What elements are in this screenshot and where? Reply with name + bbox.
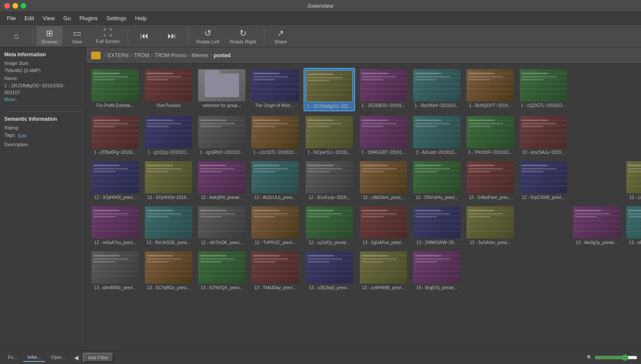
share-button[interactable]: ↗ Share <box>268 26 294 46</box>
close-button[interactable] <box>4 3 10 9</box>
grid-item[interactable]: 14 - 9cqjVXj_previe... <box>412 250 462 292</box>
breadcrumb-trom-promo[interactable]: TROM Promo <box>154 52 186 58</box>
grid-item[interactable]: 12 - L8wQju7~2019... <box>625 160 641 202</box>
grid-item[interactable]: 13 - tCFkVQX_previ... <box>197 250 247 292</box>
grid-item[interactable] <box>90 295 140 331</box>
grid-item[interactable]: 1 - n1z187L~20191O... <box>250 115 300 156</box>
grid-item[interactable]: 10 - kmcSAJu~2019... <box>518 115 568 156</box>
tab-operations[interactable]: Oper... <box>47 353 70 362</box>
grid-item[interactable]: 1 - IgUjRhO~20191O... <box>197 115 247 156</box>
rotate-right-button[interactable]: ↻ Rotate Right <box>225 26 260 46</box>
breadcrumb-extern[interactable]: EXTERN <box>107 52 129 58</box>
grid-item[interactable]: 2 - A2iuafz~20191O... <box>412 115 462 156</box>
home-button[interactable]: ⌂ <box>3 29 29 43</box>
grid-item[interactable]: 13 - zvWH69B_previ... <box>359 250 408 292</box>
menu-help[interactable]: Help <box>132 13 150 23</box>
grid-item[interactable]: 12 - AeKj8HI_previe... <box>197 160 247 202</box>
grid-item[interactable]: 12 - G4beFwm_prev... <box>465 160 515 202</box>
tags-edit-link[interactable]: Edit <box>18 133 26 138</box>
grid-thumbnail <box>306 70 353 102</box>
grid-item[interactable] <box>465 250 515 292</box>
grid-item[interactable]: 13 - 5xOArIm_previ... <box>465 205 515 247</box>
grid-item[interactable]: 12 - c9bGfom_previ... <box>359 160 408 202</box>
grid-item[interactable]: 12 - AhZcULb_previ... <box>250 160 300 202</box>
fullscreen-button[interactable]: ⛶ Full Screen <box>92 26 124 46</box>
tab-info[interactable]: Infor... <box>23 353 45 362</box>
grid-item[interactable]: 1 - g1r2j1p~20191O... <box>144 115 193 156</box>
grid-item[interactable] <box>412 295 462 331</box>
grid-item[interactable] <box>572 115 622 156</box>
grid-item[interactable]: 13 - eFXc22j_previe... <box>625 205 641 247</box>
grid-item[interactable]: 12 - s6r7mDK_previ... <box>197 205 247 247</box>
grid-item[interactable]: 12 - TnPfVJC_previ... <box>250 205 300 247</box>
grid-item[interactable] <box>359 295 408 331</box>
grid-item[interactable]: 13 - TkMJDay_previ... <box>250 250 300 292</box>
view-button[interactable]: ▭ View <box>64 26 90 46</box>
grid-item[interactable]: OverTourism <box>144 68 193 111</box>
grid-item[interactable]: 3 - 7Hct3XF~20191O... <box>465 115 515 156</box>
name-label: Name: <box>4 75 81 82</box>
prev-button[interactable]: ⏮ <box>132 29 157 43</box>
menu-file[interactable]: File <box>3 13 19 23</box>
grid-item[interactable] <box>250 295 300 331</box>
grid-item[interactable]: 13 - 2WMOtXW~20... <box>412 205 462 247</box>
grid-item[interactable] <box>625 250 641 292</box>
grid-item[interactable] <box>518 250 568 292</box>
grid-item[interactable]: 13 - Aie3g2p_previe... <box>572 205 622 247</box>
grid-item[interactable]: 12 - uy2sFjz_previe... <box>304 205 355 247</box>
bottom-prev-button[interactable]: ◀ <box>71 353 81 362</box>
grid-item[interactable] <box>625 68 641 111</box>
grid-item[interactable]: 1 - O94GG8T~20191... <box>359 115 408 156</box>
grid-item[interactable]: 1 - 1RJS8OG~20191... <box>359 68 408 111</box>
grid-thumbnail <box>145 116 192 148</box>
next-button[interactable]: ⏭ <box>159 29 185 43</box>
grid-item[interactable] <box>304 295 355 331</box>
breadcrumb-posted[interactable]: posted <box>214 52 230 58</box>
grid-item[interactable] <box>572 160 622 202</box>
more-link[interactable]: More... <box>4 97 81 102</box>
browse-button[interactable]: ⊞ Browse <box>37 26 62 46</box>
grid-item[interactable] <box>572 68 622 111</box>
grid-item[interactable]: For-Profit Entertai... <box>90 68 140 111</box>
breadcrumb-memes[interactable]: Memes <box>191 52 208 58</box>
grid-item[interactable]: 1 - 6bc0Xb4~20191O... <box>412 68 462 111</box>
grid-item[interactable]: 12 - D0VckHu_previ... <box>412 160 462 202</box>
grid-item[interactable]: 13 - u3E2kq0_previ... <box>304 250 355 292</box>
grid-item[interactable] <box>144 295 193 331</box>
maximize-button[interactable] <box>21 3 26 9</box>
grid-item[interactable]: The Origin of Most ... <box>250 68 300 111</box>
breadcrumb-trom[interactable]: TROM <box>134 52 149 58</box>
toolbar-sep-4 <box>264 28 264 44</box>
grid-item[interactable]: 12 - 97pHHOt~2019... <box>144 160 193 202</box>
menu-edit[interactable]: Edit <box>21 13 37 23</box>
menu-plugins[interactable]: Plugins <box>76 13 101 23</box>
grid-item[interactable]: 1 - NCpwYLL~20191... <box>304 115 355 156</box>
grid-item[interactable] <box>572 250 622 292</box>
grid-item[interactable]: selection for janua... <box>197 68 247 111</box>
grid-item[interactable]: 13 - idm8WSc_previ... <box>90 250 140 292</box>
zoom-slider[interactable] <box>595 354 638 361</box>
grid-item[interactable]: 12 - m0aA7zu_previ... <box>90 205 140 247</box>
grid-item[interactable] <box>625 115 641 156</box>
grid-item[interactable]: 12 - 97pHHOt_previ... <box>90 160 140 202</box>
grid-item[interactable]: 1 - dTBw0Fg~20191... <box>90 115 140 156</box>
grid-item[interactable] <box>518 205 568 247</box>
grid-item[interactable]: 12 - B1nKzxp~2019... <box>304 160 355 202</box>
grid-item[interactable]: 12 - RsUASDE_previ... <box>144 205 193 247</box>
menu-view[interactable]: View <box>39 13 58 23</box>
add-filter-button[interactable]: Add Filter <box>83 353 113 362</box>
minimize-button[interactable] <box>12 3 18 9</box>
tab-folders[interactable]: Fo... <box>3 353 21 362</box>
grid-item[interactable]: 1 - BcHQOVT~2019... <box>465 68 515 111</box>
rotate-left-button[interactable]: ↺ Rotate Left <box>192 26 224 46</box>
grid-item[interactable]: 12 - IUpC4XW_previ... <box>518 160 568 202</box>
grid-item[interactable]: 1 - cQZlGTL~20191O... <box>518 68 568 111</box>
grid-item[interactable]: 1 - 1RJS8dfgOG~201... <box>304 68 355 111</box>
grid-item[interactable]: 13 - 2gUAFos_previ... <box>359 205 408 247</box>
toolbar: ⌂ ⊞ Browse ▭ View ⛶ Full Screen ⏮ ⏭ ↺ Ro… <box>0 25 641 47</box>
thumb-canvas <box>145 69 192 101</box>
grid-item[interactable] <box>197 295 247 331</box>
menu-go[interactable]: Go <box>60 13 74 23</box>
grid-item[interactable]: 13 - SCYqRGx_previ... <box>144 250 193 292</box>
menu-settings[interactable]: Settings <box>103 13 130 23</box>
